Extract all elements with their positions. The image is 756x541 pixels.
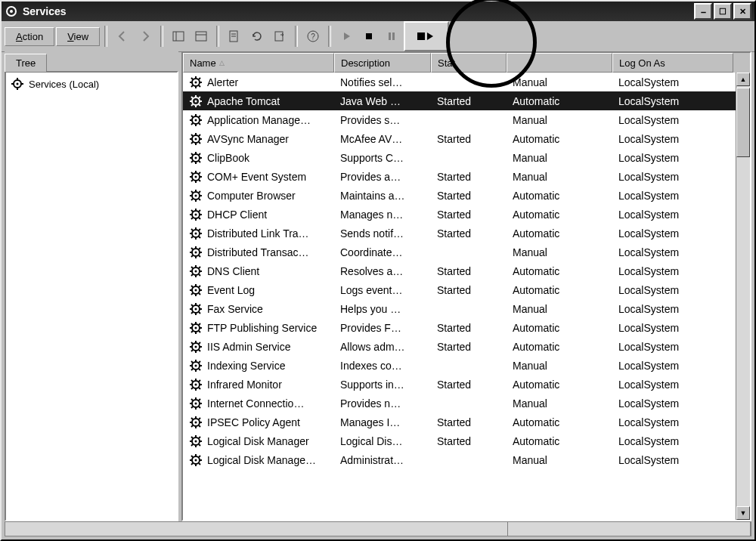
- action-menu[interactable]: AActionction: [5, 27, 54, 46]
- view-menu[interactable]: View: [56, 27, 100, 46]
- back-button[interactable]: [112, 26, 133, 47]
- svg-line-31: [199, 78, 200, 79]
- service-row[interactable]: FTP Publishing ServiceProvides F…Started…: [183, 318, 750, 337]
- service-name: Fax Service: [207, 303, 263, 315]
- pause-service-button[interactable]: [381, 26, 402, 47]
- gear-icon: [189, 397, 203, 410]
- toolbar-button[interactable]: [191, 26, 212, 47]
- show-hide-tree-button[interactable]: [168, 26, 189, 47]
- cell-startup: Automatic: [507, 95, 612, 107]
- service-row[interactable]: Apache TomcatJava Web …StartedAutomaticL…: [183, 91, 750, 110]
- service-row[interactable]: Distributed Link Tra…Sends notif…Started…: [183, 224, 750, 243]
- column-logon[interactable]: Log On As: [612, 53, 733, 73]
- cell-startup: Automatic: [507, 133, 612, 145]
- service-name: DNS Client: [207, 265, 259, 277]
- stop-service-button[interactable]: [358, 26, 380, 47]
- svg-point-173: [195, 364, 197, 366]
- service-row[interactable]: AlerterNotifies sel…ManualLocalSystem: [183, 73, 750, 91]
- svg-point-73: [195, 175, 197, 178]
- service-row[interactable]: Fax ServiceHelps you …ManualLocalSystem: [183, 299, 750, 318]
- svg-point-113: [195, 251, 197, 253]
- minimize-button[interactable]: ‒: [694, 3, 712, 20]
- close-button[interactable]: ✕: [733, 3, 751, 20]
- export-button[interactable]: [269, 26, 290, 47]
- service-row[interactable]: DNS ClientResolves a…StartedAutomaticLoc…: [183, 261, 750, 280]
- scroll-up-icon[interactable]: ▲: [736, 73, 750, 86]
- gear-icon: [189, 264, 203, 278]
- tree-body[interactable]: Services (Local): [5, 71, 178, 521]
- svg-line-188: [191, 380, 193, 382]
- cell-name: ClipBook: [183, 151, 334, 165]
- cell-description: Manages n…: [334, 209, 431, 221]
- service-row[interactable]: Computer BrowserMaintains a…StartedAutom…: [183, 186, 750, 205]
- service-row[interactable]: Distributed Transac…Coordinate…ManualLoc…: [183, 243, 750, 261]
- svg-line-90: [191, 199, 193, 200]
- cell-status: Started: [431, 379, 507, 391]
- status-bar: [5, 521, 751, 536]
- svg-line-78: [191, 172, 193, 174]
- service-name: Distributed Transac…: [207, 246, 309, 258]
- cell-startup: Automatic: [507, 190, 612, 202]
- service-row[interactable]: Internet Connectio…Provides n…ManualLoca…: [183, 394, 750, 413]
- service-row[interactable]: Infrared MonitorSupports in…StartedAutom…: [183, 375, 750, 394]
- vertical-scrollbar[interactable]: ▲ ▼: [736, 73, 750, 520]
- svg-line-221: [199, 437, 200, 438]
- column-description[interactable]: Description: [334, 53, 431, 73]
- svg-line-230: [191, 463, 193, 465]
- service-row[interactable]: Event LogLogs event…StartedAutomaticLoca…: [183, 280, 750, 299]
- cell-logon: LocalSystem: [612, 114, 733, 126]
- service-row[interactable]: IPSEC Policy AgentManages I…StartedAutom…: [183, 413, 750, 431]
- properties-button[interactable]: [224, 26, 245, 47]
- svg-line-131: [199, 267, 200, 268]
- cell-logon: LocalSystem: [612, 133, 733, 145]
- service-row[interactable]: Logical Disk ManagerLogical Dis…StartedA…: [183, 431, 750, 450]
- tree-root-services[interactable]: Services (Local): [11, 77, 172, 91]
- service-row[interactable]: IIS Admin ServiceAllows adm…StartedAutom…: [183, 337, 750, 356]
- maximize-button[interactable]: ☐: [714, 3, 732, 20]
- column-name[interactable]: Name△: [183, 53, 334, 73]
- cell-status: Started: [431, 171, 507, 183]
- refresh-button[interactable]: [246, 26, 268, 47]
- help-button[interactable]: ?: [302, 26, 324, 47]
- scroll-down-icon[interactable]: ▼: [736, 506, 750, 520]
- forward-button[interactable]: [135, 26, 156, 47]
- column-status[interactable]: Stat: [431, 53, 507, 73]
- svg-point-83: [195, 194, 197, 196]
- svg-line-151: [199, 305, 200, 306]
- service-rows[interactable]: AlerterNotifies sel…ManualLocalSystemApa…: [183, 73, 750, 520]
- scroll-thumb[interactable]: [736, 88, 750, 157]
- service-row[interactable]: AVSync ManagerMcAfee AV…StartedAutomatic…: [183, 129, 750, 148]
- svg-line-138: [191, 286, 193, 287]
- svg-line-140: [191, 293, 193, 295]
- svg-line-89: [199, 199, 200, 200]
- svg-line-171: [199, 342, 200, 344]
- service-row[interactable]: Application Manage…Provides s…ManualLoca…: [183, 110, 750, 129]
- cell-description: Resolves a…: [334, 265, 431, 277]
- service-row[interactable]: ClipBookSupports C…ManualLocalSystem: [183, 148, 750, 167]
- start-service-button[interactable]: [336, 26, 357, 47]
- column-startup[interactable]: [507, 53, 612, 73]
- svg-line-218: [191, 437, 193, 438]
- svg-line-229: [199, 463, 200, 465]
- tree-tab[interactable]: Tree: [5, 54, 47, 72]
- cell-description: Logs event…: [334, 284, 431, 296]
- service-row[interactable]: Logical Disk Manage…Administrat…ManualLo…: [183, 450, 750, 469]
- service-row[interactable]: DHCP ClientManages n…StartedAutomaticLoc…: [183, 205, 750, 224]
- restart-service-button[interactable]: rt Service: [404, 21, 449, 51]
- svg-line-170: [191, 350, 193, 351]
- svg-line-118: [191, 248, 193, 249]
- service-name: AVSync Manager: [207, 133, 289, 145]
- service-row[interactable]: COM+ Event SystemProvides a…StartedManua…: [183, 167, 750, 186]
- svg-line-209: [199, 425, 200, 427]
- window-title: Services: [23, 5, 67, 17]
- svg-point-153: [195, 326, 197, 329]
- cell-name: Fax Service: [183, 302, 334, 316]
- svg-point-23: [195, 81, 197, 83]
- cell-logon: LocalSystem: [612, 265, 733, 277]
- service-row[interactable]: Indexing ServiceIndexes co…ManualLocalSy…: [183, 356, 750, 375]
- cell-name: Indexing Service: [183, 359, 334, 373]
- toolbar: AActionction View ? rt Service: [2, 21, 754, 52]
- cell-description: Manages I…: [334, 416, 431, 428]
- service-name: Logical Disk Manage…: [207, 454, 316, 466]
- service-name: Application Manage…: [207, 114, 311, 126]
